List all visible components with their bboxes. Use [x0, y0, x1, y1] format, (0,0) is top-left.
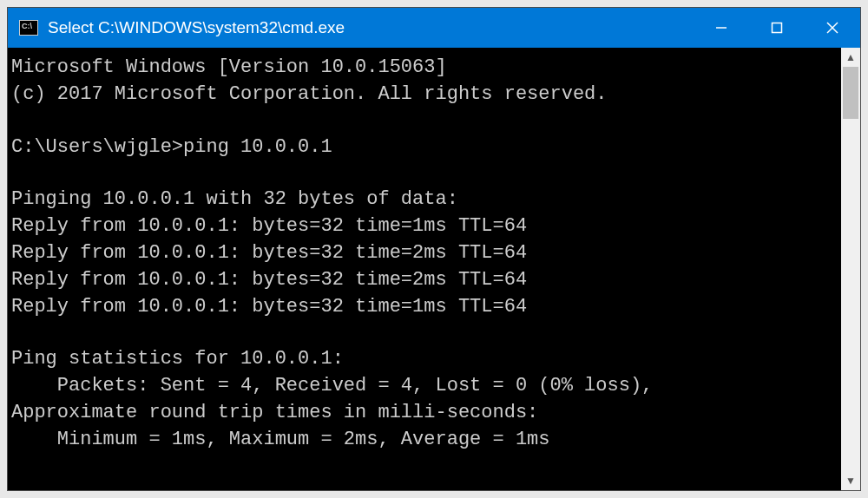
scroll-thumb[interactable]	[843, 67, 858, 119]
terminal-line: Packets: Sent = 4, Received = 4, Lost = …	[11, 373, 841, 400]
client-area: Microsoft Windows [Version 10.0.15063](c…	[8, 48, 860, 490]
titlebar[interactable]: C:\ Select C:\WINDOWS\system32\cmd.exe	[8, 8, 860, 48]
terminal-line: Reply from 10.0.0.1: bytes=32 time=2ms T…	[11, 240, 841, 267]
scroll-up-button[interactable]: ▲	[841, 48, 860, 67]
terminal-line: Pinging 10.0.0.1 with 32 bytes of data:	[11, 187, 841, 213]
chevron-down-icon: ▼	[845, 475, 856, 487]
cmd-app-icon: C:\	[18, 19, 39, 36]
terminal-line: Reply from 10.0.0.1: bytes=32 time=1ms T…	[11, 213, 841, 240]
svg-rect-1	[773, 23, 782, 33]
maximize-button[interactable]	[749, 8, 805, 48]
terminal-line: Approximate round trip times in milli-se…	[11, 400, 841, 427]
terminal-line: (c) 2017 Microsoft Corporation. All righ…	[11, 82, 841, 108]
cmd-window: C:\ Select C:\WINDOWS\system32\cmd.exe	[7, 7, 861, 491]
chevron-up-icon: ▲	[845, 51, 856, 63]
scroll-down-button[interactable]: ▼	[841, 471, 860, 490]
terminal-line: Reply from 10.0.0.1: bytes=32 time=1ms T…	[11, 294, 841, 321]
minimize-icon	[715, 22, 727, 34]
minimize-button[interactable]	[694, 8, 749, 48]
window-controls	[694, 8, 860, 48]
vertical-scrollbar[interactable]: ▲ ▼	[841, 48, 860, 490]
terminal-line: Ping statistics for 10.0.0.1:	[11, 346, 841, 373]
terminal-output[interactable]: Microsoft Windows [Version 10.0.15063](c…	[8, 48, 841, 490]
close-button[interactable]	[805, 8, 860, 48]
close-icon	[825, 21, 839, 35]
terminal-line	[11, 320, 841, 346]
terminal-line	[11, 108, 841, 134]
maximize-icon	[771, 22, 783, 34]
terminal-line: Minimum = 1ms, Maximum = 2ms, Average = …	[11, 427, 841, 454]
terminal-line: Microsoft Windows [Version 10.0.15063]	[11, 55, 841, 82]
terminal-line: C:\Users\wjgle>ping 10.0.0.1	[11, 134, 841, 161]
terminal-line	[11, 161, 841, 187]
window-title: Select C:\WINDOWS\system32\cmd.exe	[48, 18, 694, 37]
terminal-line: Reply from 10.0.0.1: bytes=32 time=2ms T…	[11, 267, 841, 294]
